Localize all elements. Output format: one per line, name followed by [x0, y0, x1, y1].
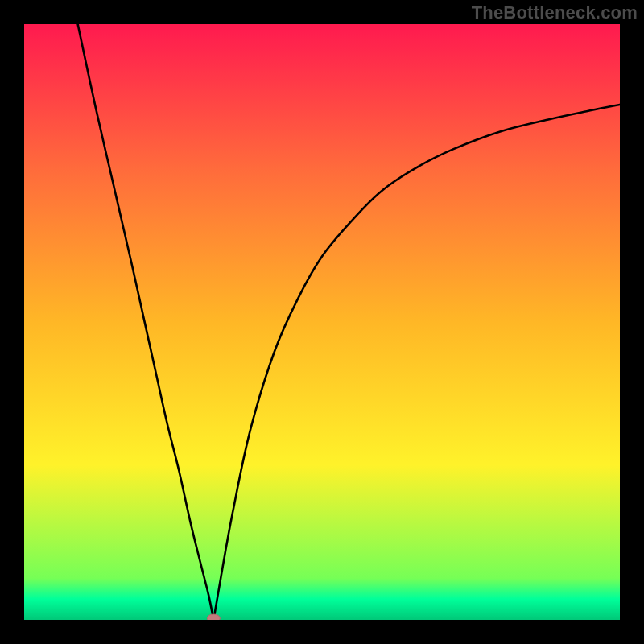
minimum-marker	[207, 614, 220, 620]
chart-svg	[24, 24, 620, 620]
gradient-background	[24, 24, 620, 620]
watermark-text: TheBottleneck.com	[472, 2, 638, 23]
chart-frame: TheBottleneck.com	[0, 0, 644, 644]
plot-area	[24, 24, 620, 620]
